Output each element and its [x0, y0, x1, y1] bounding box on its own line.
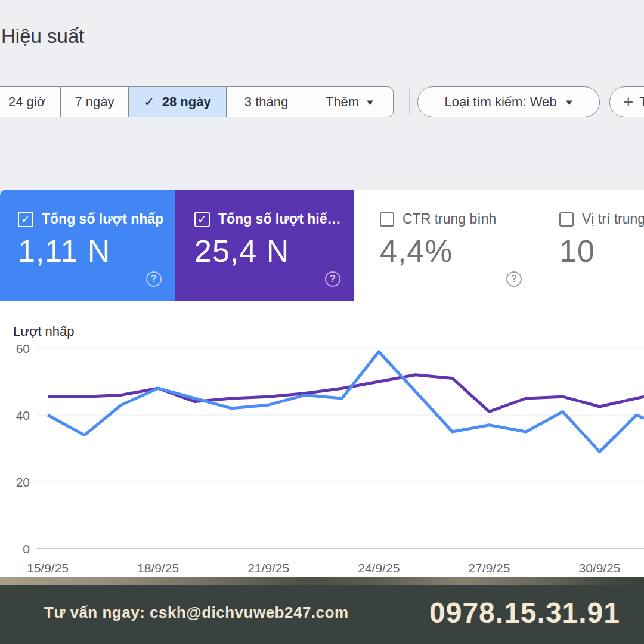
metric-value: 25,4 N — [194, 233, 354, 269]
help-icon[interactable]: ? — [506, 271, 522, 287]
x-axis-tick: 21/9/25 — [247, 561, 289, 575]
filter-label: Loại tìm kiếm: Web — [445, 94, 557, 110]
help-glyph: ? — [511, 273, 517, 285]
y-axis-tick: 0 — [23, 542, 30, 556]
tab-label: 7 ngày — [75, 94, 114, 110]
chevron-down-icon: ▼ — [564, 98, 574, 107]
x-axis-tick: 15/9/25 — [27, 561, 69, 575]
date-range-tabs: 24 giờ 7 ngày ✓ 28 ngày 3 tháng Thêm ▼ — [0, 86, 394, 117]
x-axis-tick: 18/9/25 — [137, 561, 179, 575]
add-filter-button[interactable]: + T — [609, 86, 644, 117]
tab-label: 3 tháng — [244, 94, 288, 110]
header-divider — [0, 69, 644, 69]
x-axis-tick: 30/9/25 — [578, 561, 620, 575]
card-average-ctr[interactable]: CTR trung bình 4,4% ? — [354, 190, 535, 301]
tab-28-days[interactable]: ✓ 28 ngày — [128, 87, 226, 117]
checkbox-total-impressions[interactable]: ✓ — [194, 212, 210, 227]
check-icon: ✓ — [21, 212, 30, 226]
toolbar-divider — [409, 89, 410, 114]
card-total-clicks[interactable]: ✓ Tổng số lượt nhấp 1,11 N ? — [0, 190, 175, 301]
metric-value: 4,4% — [380, 233, 535, 269]
card-divider — [535, 197, 535, 294]
tab-label: 28 ngày — [162, 94, 211, 110]
metric-label: Tổng số lượt hiể… — [218, 211, 341, 227]
search-type-filter[interactable]: Loại tìm kiếm: Web ▼ — [417, 86, 600, 117]
tab-label: 24 giờ — [8, 94, 45, 110]
performance-panel: ✓ Tổng số lượt nhấp 1,11 N ? ✓ Tổng số l… — [0, 190, 644, 577]
metric-label: Vị trí trung — [582, 211, 644, 227]
banner-gradient-strip — [0, 577, 644, 585]
tab-label: Thêm — [326, 94, 359, 110]
contact-email-text: Tư vấn ngay: cskh@dichvuweb247.com — [44, 603, 349, 622]
tab-more[interactable]: Thêm ▼ — [306, 87, 393, 117]
tab-7-days[interactable]: 7 ngày — [60, 87, 128, 117]
chevron-down-icon: ▼ — [365, 98, 376, 107]
y-axis-tick: 40 — [16, 408, 30, 422]
card-total-impressions[interactable]: ✓ Tổng số lượt hiể… 25,4 N ? — [175, 190, 354, 301]
check-icon: ✓ — [197, 212, 207, 226]
check-icon: ✓ — [144, 94, 154, 110]
checkbox-average-ctr[interactable] — [380, 212, 394, 227]
metric-cards-row: ✓ Tổng số lượt nhấp 1,11 N ? ✓ Tổng số l… — [0, 190, 644, 301]
series-line — [48, 352, 644, 452]
plus-icon: + — [623, 92, 634, 112]
y-axis-tick: 20 — [16, 475, 30, 489]
metric-label: Tổng số lượt nhấp — [42, 211, 163, 227]
metric-value: 1,11 N — [18, 233, 175, 269]
y-axis-tick: 60 — [16, 342, 30, 355]
help-icon[interactable]: ? — [325, 271, 340, 287]
add-filter-label: T — [640, 94, 644, 110]
contact-banner: Tư vấn ngay: cskh@dichvuweb247.com 0978.… — [0, 585, 644, 644]
clicks-line-chart: 604020015/9/2518/9/2521/9/2524/9/2527/9/… — [0, 301, 644, 577]
checkbox-average-position[interactable] — [559, 212, 574, 227]
x-axis-tick: 24/9/25 — [358, 561, 400, 575]
card-average-position[interactable]: Vị trí trung 10 — [535, 190, 644, 301]
help-glyph: ? — [330, 273, 336, 285]
page-title: Hiệu suất — [1, 25, 84, 48]
help-glyph: ? — [151, 273, 157, 285]
tab-24-hours[interactable]: 24 giờ — [0, 87, 60, 117]
metric-value: 10 — [559, 233, 644, 269]
x-axis-tick: 27/9/25 — [468, 561, 510, 575]
checkbox-total-clicks[interactable]: ✓ — [18, 212, 33, 227]
contact-phone-number: 0978.15.31.91 — [429, 596, 620, 629]
help-icon[interactable]: ? — [146, 271, 162, 287]
tab-3-months[interactable]: 3 tháng — [226, 87, 306, 117]
metric-label: CTR trung bình — [402, 211, 496, 227]
